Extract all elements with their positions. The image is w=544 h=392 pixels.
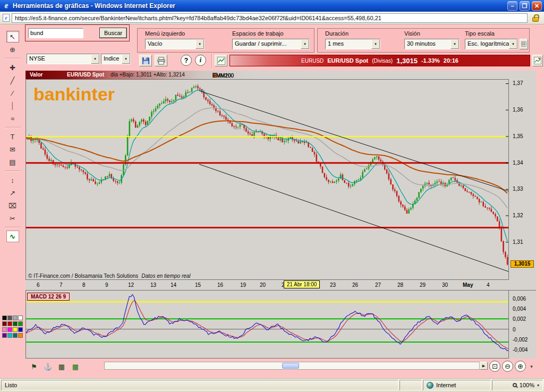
help-button[interactable]: ?	[181, 55, 192, 66]
window-titlebar: e Herramientas de gráficas - Windows Int…	[0, 0, 544, 12]
url-field[interactable]: https://es5.it-finance.com/secure/Bankin…	[12, 13, 528, 23]
quote-price: 1,3015	[396, 57, 418, 65]
security-lock-icon[interactable]	[530, 13, 541, 23]
minichart-tool[interactable]: ∿	[6, 231, 19, 242]
flag-chart-icon[interactable]: ⚑	[28, 361, 40, 372]
save-button[interactable]	[139, 55, 152, 66]
color-swatch-15[interactable]	[18, 333, 23, 338]
x-axis-label: 14	[171, 282, 176, 288]
y-axis-label: 1,37	[513, 80, 523, 86]
ray-tool[interactable]: ∕	[6, 87, 19, 99]
x-axis-label: 23	[330, 282, 336, 288]
zoom-level-icon	[513, 383, 517, 387]
channel-tool[interactable]: ↗	[6, 187, 19, 199]
chevron-down-icon[interactable]: ▼	[301, 39, 309, 49]
color-swatch-9[interactable]	[7, 327, 12, 332]
color-swatch-5[interactable]	[7, 321, 12, 326]
color-swatch-13[interactable]	[7, 333, 12, 338]
regression-channel-tool[interactable]: ≈	[6, 113, 19, 124]
scrollbar-thumb[interactable]	[282, 363, 299, 369]
table-icon[interactable]: ▦	[56, 361, 67, 372]
text-tool[interactable]: T	[6, 131, 19, 142]
zoom-menu-caret[interactable]: ▾	[528, 363, 535, 370]
zoom-out-button[interactable]: ⊖	[502, 361, 513, 372]
status-text: Listo	[5, 382, 17, 388]
color-swatch-14[interactable]	[13, 333, 18, 338]
x-axis-label: 6	[37, 282, 40, 288]
maximize-button[interactable]: ❐	[520, 1, 530, 11]
tipo-escala-select[interactable]: Esc. logarítmica ▼	[465, 39, 518, 49]
minimize-button[interactable]: –	[507, 1, 517, 11]
info-button[interactable]: i	[195, 55, 206, 66]
zoom-in-tool[interactable]: ⊕	[6, 44, 19, 55]
macd-axis-label: -0,004	[513, 347, 528, 353]
chart-instrument: EUR/USD Spot	[67, 72, 104, 78]
exchange-select[interactable]: NYSE ▼	[27, 54, 100, 64]
vertical-line-tool[interactable]: ┊	[6, 100, 19, 112]
trendline-tool[interactable]: ╱	[6, 74, 19, 86]
color-swatch-8[interactable]	[2, 327, 7, 332]
scale-apply-button[interactable]	[520, 39, 528, 49]
x-axis-label: 20	[260, 282, 266, 288]
drawing-tool-sidebar: ↖⊕✚╱∕┊≈T✉▤↕↗⌧✂∿	[0, 24, 25, 378]
zoom-select-button[interactable]: ⊡	[489, 361, 500, 372]
duracion-select[interactable]: 1 mes ▼	[325, 39, 380, 49]
color-swatch-3[interactable]	[18, 316, 23, 320]
x-axis-label: 29	[420, 282, 426, 288]
move-tool[interactable]: ↕	[6, 174, 19, 186]
y-axis-label: 1,32	[513, 212, 523, 218]
close-button[interactable]: ✕	[532, 1, 542, 11]
macd-axis-label: -0,002	[513, 337, 528, 343]
price-chart-canvas[interactable]	[26, 80, 508, 279]
espacios-select[interactable]: Guardar / suprimir... ▼	[232, 39, 310, 49]
chart-shortcut-button[interactable]	[215, 55, 227, 66]
vision-label: Visión	[404, 30, 420, 37]
x-axis-label: 13	[150, 282, 156, 288]
menu-izquierdo-select[interactable]: Vacío ▼	[145, 39, 205, 49]
color-swatch-10[interactable]	[13, 327, 18, 332]
quote-market: (Divisas)	[372, 58, 393, 64]
print-button[interactable]	[155, 55, 167, 66]
duration-group: Duración 1 mes ▼ Visión 30 minutos ▼ Tip…	[317, 28, 530, 53]
anchor-icon[interactable]: ⚓	[42, 361, 54, 372]
cut-tool[interactable]: ✂	[6, 212, 19, 224]
chevron-down-icon[interactable]: ▼	[450, 39, 459, 49]
search-button[interactable]: Buscar	[99, 28, 127, 38]
page-zoom-pane[interactable]: 100% ▾	[492, 380, 543, 390]
chart-scrollbar[interactable]	[104, 362, 480, 370]
color-swatch-1[interactable]	[7, 316, 12, 320]
color-swatch-12[interactable]	[2, 333, 7, 338]
color-swatch-11[interactable]	[18, 327, 23, 332]
chevron-down-icon[interactable]: ▼	[196, 39, 204, 49]
delete-tool[interactable]: ⌧	[6, 200, 19, 211]
price-chart[interactable]: bankinter © IT-Finance.com / Bolsamania …	[26, 79, 509, 280]
crosshair-tool[interactable]: ✚	[6, 62, 19, 73]
color-swatch-0[interactable]	[2, 316, 7, 320]
chevron-down-icon[interactable]: ▼	[509, 39, 517, 49]
vision-select[interactable]: 30 minutos ▼	[404, 39, 460, 49]
chart-popup-button[interactable]	[532, 55, 543, 66]
chevron-down-icon[interactable]: ▼	[91, 54, 99, 64]
color-swatch-2[interactable]	[13, 316, 18, 320]
pointer-tool[interactable]: ↖	[6, 31, 19, 42]
x-axis-label: 12	[128, 282, 134, 288]
chevron-down-icon[interactable]: ▼	[122, 54, 130, 64]
time-axis: 67891213141516192021232627282930May4 21 …	[26, 280, 536, 291]
x-axis-label: 27	[375, 282, 381, 288]
zoom-in-button[interactable]: ⊕	[515, 361, 526, 372]
zoom-caret-icon[interactable]: ▾	[537, 383, 539, 388]
color-swatch-7[interactable]	[18, 321, 23, 326]
chevron-down-icon[interactable]: ▼	[371, 39, 380, 49]
layout-grid-icon[interactable]: ▦	[70, 361, 81, 372]
macd-canvas[interactable]	[26, 291, 508, 357]
scrollbar-right-arrow[interactable]: ▶	[480, 362, 488, 370]
comment-tool[interactable]: ✉	[6, 143, 19, 155]
macd-panel[interactable]: MACD 12 26 9	[26, 291, 509, 359]
notes-tool[interactable]: ▤	[6, 156, 19, 168]
color-swatch-6[interactable]	[13, 321, 18, 326]
instrument-type-select[interactable]: Indice ▼	[101, 54, 131, 64]
legend-label: EMM200	[212, 73, 234, 79]
color-swatch-4[interactable]	[2, 321, 7, 326]
search-input[interactable]	[28, 28, 83, 38]
quote-bar[interactable]: EURUSD EUR/USD Spot (Divisas) 1,3015 -1.…	[230, 55, 530, 66]
